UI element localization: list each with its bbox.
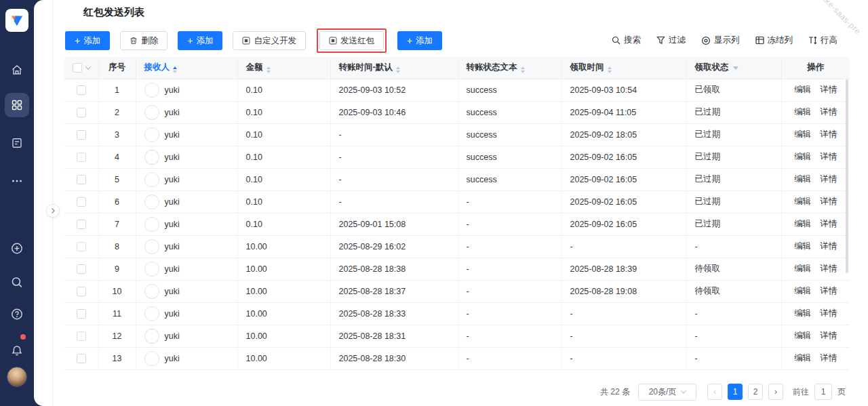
row-actions-cell: 编辑 详情 bbox=[781, 325, 850, 347]
page-button-1[interactable]: 1 bbox=[728, 384, 743, 400]
row-no-cell: 8 bbox=[98, 235, 136, 258]
table-scrollbar[interactable] bbox=[846, 79, 848, 273]
row-select-cell bbox=[64, 123, 98, 146]
row-height-tool[interactable]: 行高 bbox=[808, 35, 837, 46]
col-header-claim-time[interactable]: 领取时间 bbox=[561, 57, 686, 79]
page-size-select[interactable]: 20条/页 bbox=[638, 384, 696, 401]
edit-link[interactable]: 编辑 bbox=[794, 84, 811, 96]
col-header-recipient[interactable]: 接收人 bbox=[136, 57, 237, 79]
row-checkbox[interactable] bbox=[77, 197, 86, 207]
chevron-down-icon bbox=[681, 388, 686, 393]
row-checkbox[interactable] bbox=[77, 130, 86, 140]
detail-link[interactable]: 详情 bbox=[820, 174, 837, 185]
row-claim-time-cell: 2025-09-02 16:05 bbox=[561, 168, 686, 190]
row-checkbox[interactable] bbox=[77, 309, 86, 319]
col-header-transfer-status[interactable]: 转账状态文本 bbox=[458, 57, 561, 79]
recipient-name: yuki bbox=[165, 331, 180, 341]
row-no-cell: 1 bbox=[98, 79, 136, 101]
select-all-checkbox[interactable] bbox=[73, 63, 82, 73]
sort-icon[interactable] bbox=[396, 66, 400, 73]
user-avatar[interactable] bbox=[7, 367, 27, 387]
detail-link[interactable]: 详情 bbox=[820, 263, 837, 275]
detail-link[interactable]: 详情 bbox=[820, 241, 837, 252]
edit-link[interactable]: 编辑 bbox=[794, 106, 811, 118]
edit-link[interactable]: 编辑 bbox=[794, 241, 811, 252]
plus-icon: + bbox=[187, 36, 193, 45]
col-header-claim-status[interactable]: 领取状态 bbox=[686, 57, 781, 79]
sidebar-item-notifications[interactable] bbox=[11, 344, 24, 357]
edit-link[interactable]: 编辑 bbox=[794, 263, 811, 275]
detail-link[interactable]: 详情 bbox=[820, 285, 837, 297]
sidebar-item-help[interactable] bbox=[11, 308, 24, 321]
filter-caret-icon[interactable] bbox=[733, 66, 738, 70]
sidebar-item-search[interactable] bbox=[11, 276, 24, 289]
edit-link[interactable]: 编辑 bbox=[794, 151, 811, 163]
edit-link[interactable]: 编辑 bbox=[794, 352, 811, 364]
detail-link[interactable]: 详情 bbox=[820, 106, 837, 118]
row-no-cell: 9 bbox=[98, 258, 136, 280]
row-checkbox[interactable] bbox=[77, 108, 86, 117]
sidebar-item-more[interactable] bbox=[11, 175, 23, 187]
edit-link[interactable]: 编辑 bbox=[794, 129, 811, 140]
add-button-1[interactable]: + 添加 bbox=[65, 31, 110, 50]
row-checkbox[interactable] bbox=[77, 175, 86, 184]
detail-link[interactable]: 详情 bbox=[820, 84, 837, 96]
goto-page-input[interactable] bbox=[814, 384, 832, 400]
detail-link[interactable]: 详情 bbox=[820, 330, 837, 342]
delete-button[interactable]: 删除 bbox=[120, 31, 167, 50]
row-checkbox[interactable] bbox=[77, 242, 86, 251]
select-all-header[interactable] bbox=[64, 57, 98, 79]
edit-link[interactable]: 编辑 bbox=[794, 308, 811, 319]
col-header-amount[interactable]: 金额 bbox=[237, 57, 330, 79]
sidebar-item-home[interactable] bbox=[11, 64, 23, 76]
row-no-cell: 5 bbox=[98, 168, 136, 190]
sort-icon[interactable] bbox=[521, 66, 525, 73]
plus-icon: + bbox=[75, 36, 80, 45]
prev-page-button[interactable]: ‹ bbox=[707, 384, 722, 400]
sort-icon[interactable] bbox=[267, 66, 271, 73]
row-amount-cell: 0.10 bbox=[237, 213, 330, 235]
row-checkbox[interactable] bbox=[77, 264, 86, 274]
plus-icon: + bbox=[407, 36, 412, 45]
edit-link[interactable]: 编辑 bbox=[794, 196, 811, 207]
edit-link[interactable]: 编辑 bbox=[794, 218, 811, 230]
send-redpacket-button[interactable]: 发送红包 bbox=[319, 31, 384, 50]
edit-link[interactable]: 编辑 bbox=[794, 285, 811, 297]
next-page-button[interactable]: › bbox=[768, 384, 783, 400]
add-button-2[interactable]: + 添加 bbox=[178, 31, 222, 50]
row-checkbox[interactable] bbox=[77, 331, 86, 341]
sort-icon[interactable] bbox=[173, 66, 177, 73]
row-checkbox[interactable] bbox=[77, 354, 86, 363]
edit-link[interactable]: 编辑 bbox=[794, 330, 811, 342]
detail-link[interactable]: 详情 bbox=[820, 129, 837, 140]
detail-link[interactable]: 详情 bbox=[820, 308, 837, 319]
sidebar-item-docs[interactable] bbox=[11, 137, 23, 149]
row-checkbox[interactable] bbox=[77, 220, 86, 229]
show-columns-tool[interactable]: 显示列 bbox=[701, 35, 740, 46]
detail-link[interactable]: 详情 bbox=[820, 218, 837, 230]
sidebar-item-create[interactable] bbox=[11, 242, 24, 255]
expand-panel-button[interactable] bbox=[46, 204, 60, 218]
row-claim-status-cell: - bbox=[686, 325, 781, 347]
filter-tool[interactable]: 过滤 bbox=[656, 35, 686, 46]
chevron-down-icon[interactable] bbox=[85, 64, 91, 70]
sidebar-item-apps[interactable] bbox=[5, 93, 29, 117]
row-transfer-time-cell: - bbox=[330, 190, 458, 213]
edit-link[interactable]: 编辑 bbox=[794, 174, 811, 185]
row-actions-cell: 编辑 详情 bbox=[781, 258, 850, 280]
row-checkbox[interactable] bbox=[77, 287, 86, 296]
sort-icon[interactable] bbox=[608, 66, 612, 73]
row-claim-time-cell: 2025-09-02 18:05 bbox=[561, 123, 686, 146]
add-button-3[interactable]: + 添加 bbox=[397, 31, 442, 50]
row-checkbox[interactable] bbox=[77, 85, 86, 95]
row-checkbox[interactable] bbox=[77, 153, 86, 162]
freeze-columns-tool[interactable]: 冻结列 bbox=[755, 35, 793, 46]
search-tool[interactable]: 搜索 bbox=[612, 35, 641, 46]
row-claim-time-cell: 2025-09-02 16:05 bbox=[561, 190, 686, 213]
col-header-transfer-time[interactable]: 转账时间-默认 bbox=[330, 57, 458, 79]
custom-dev-button[interactable]: 自定义开发 bbox=[233, 31, 306, 50]
detail-link[interactable]: 详情 bbox=[820, 352, 837, 364]
detail-link[interactable]: 详情 bbox=[820, 151, 837, 163]
page-button-2[interactable]: 2 bbox=[748, 384, 763, 400]
detail-link[interactable]: 详情 bbox=[820, 196, 837, 207]
